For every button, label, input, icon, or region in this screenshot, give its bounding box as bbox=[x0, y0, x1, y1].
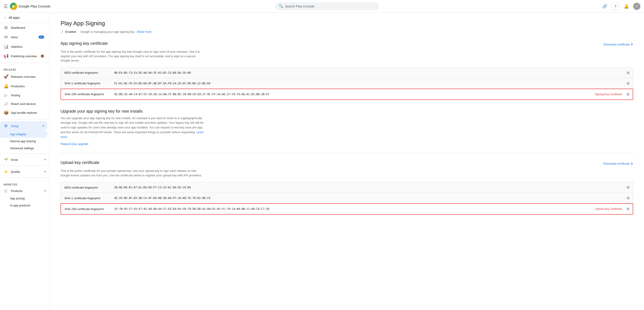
cert-row-sha256-signing: SHA-256 certificate fingerprint 02:B0:16… bbox=[60, 89, 633, 100]
cert-row-sha1-signing: SHA-1 certificate fingerprint 51:A2:4E:7… bbox=[60, 78, 633, 89]
help-icon[interactable]: ? bbox=[612, 2, 620, 11]
sidebar-sub-item-label: Advanced settings bbox=[10, 147, 34, 150]
gpc-logo-icon bbox=[10, 3, 17, 10]
reach-icon: 📈 bbox=[4, 102, 8, 106]
cert-label-md5: MD5 certificate fingerprint bbox=[64, 71, 114, 74]
inbox-icon: ✉ bbox=[4, 35, 8, 40]
search-box: 🔍 bbox=[275, 2, 379, 10]
copy-icon-md5[interactable]: ⧉ bbox=[627, 71, 629, 75]
upload-key-section: Upload key certificate Download certific… bbox=[60, 160, 633, 215]
publishing-icon: 📢 bbox=[4, 54, 8, 59]
copy-icon-sha1-upload[interactable]: ⧉ bbox=[627, 196, 629, 200]
sidebar-item-inbox[interactable]: ✉ Inbox 11 bbox=[0, 32, 48, 42]
upgrade-section: Upgrade your app signing key for new ins… bbox=[60, 109, 633, 146]
cert-label-sha1: SHA-1 certificate fingerprint bbox=[64, 82, 114, 85]
cert-value-md5: 9B:E4:DD:73:53:5E:A8:9A:3F:A3:D5:15:B8:A… bbox=[114, 71, 624, 74]
download-cert-button-signing[interactable]: Download certificate ⬇ bbox=[603, 43, 633, 46]
cert-label-sha256: SHA-256 certificate fingerprint bbox=[64, 93, 114, 96]
sidebar-item-testing[interactable]: ▷ Testing bbox=[0, 91, 50, 100]
copy-icon-sha256-upload[interactable]: ⧉ bbox=[626, 207, 629, 211]
main-content: Play App Signing ✓ Enabled · Google is m… bbox=[50, 13, 644, 310]
show-more-link[interactable]: Show more bbox=[137, 30, 152, 34]
gpc-logo: Google Play Console bbox=[10, 3, 50, 10]
status-enabled: Enabled bbox=[65, 30, 76, 34]
status-row: ✓ Enabled · Google is managing your app … bbox=[60, 30, 633, 34]
releases-icon: 🚀 bbox=[4, 74, 8, 79]
sidebar: ← All apps ⊞ Dashboard ✉ Inbox 11 📊 Stat… bbox=[0, 13, 50, 310]
cert-value-sha256: 02:B0:16:4A:C4:67:CF:C0:38:14:0A:CF:BD:B… bbox=[114, 93, 595, 96]
back-icon: ← bbox=[4, 16, 7, 20]
sidebar-sub-item-app-integrity[interactable]: App integrity bbox=[0, 131, 48, 138]
sidebar-sub-item-label: In-app products bbox=[10, 204, 30, 207]
download-cert-label-upload: Download certificate bbox=[603, 162, 630, 165]
sidebar-item-statistics[interactable]: 📊 Statistics bbox=[0, 42, 48, 51]
signing-key-cert-tag: Signing Key Certificate bbox=[595, 93, 622, 96]
search-input[interactable] bbox=[285, 5, 376, 8]
divider-monetize bbox=[0, 177, 50, 178]
sidebar-item-label: Releases overview bbox=[11, 75, 36, 79]
sidebar-sub-item-advanced-settings[interactable]: Advanced settings bbox=[0, 145, 48, 152]
sidebar-item-dashboard[interactable]: ⊞ Dashboard bbox=[0, 23, 48, 32]
sidebar-item-label: Dashboard bbox=[11, 26, 25, 29]
grow-icon: 🌱 bbox=[4, 158, 8, 161]
hamburger-icon[interactable]: ☰ bbox=[4, 4, 8, 9]
sidebar-item-products[interactable]: 🛒 Products ▾ bbox=[0, 187, 50, 195]
app-signing-fingerprints: MD5 certificate fingerprint 9B:E4:DD:73:… bbox=[60, 67, 633, 100]
upload-key-fingerprints: MD5 certificate fingerprint 2B:AD:88:02:… bbox=[60, 182, 633, 215]
layout: ← All apps ⊞ Dashboard ✉ Inbox 11 📊 Stat… bbox=[0, 13, 644, 310]
sidebar-item-quality[interactable]: ⭐ Quality ▾ bbox=[0, 168, 50, 176]
sidebar-item-setup[interactable]: ⚙ Setup ▾ ➜ bbox=[0, 121, 48, 131]
cert-value-sha1: 51:A2:4E:7D:55:DD:DA:8F:5B:DF:5A:F0:CA:2… bbox=[114, 82, 624, 85]
app-signing-title: App signing key certificate bbox=[60, 41, 108, 46]
sidebar-item-label: Statistics bbox=[11, 45, 22, 48]
app-signing-section: App signing key certificate Download cer… bbox=[60, 41, 633, 100]
upgrade-title: Upgrade your app signing key for new ins… bbox=[60, 109, 633, 114]
notifications-icon[interactable]: 🔔 bbox=[622, 2, 630, 11]
inbox-badge: 11 bbox=[39, 36, 44, 39]
sidebar-item-label: Production bbox=[11, 85, 25, 88]
sidebar-item-reach[interactable]: 📈 Reach and devices bbox=[0, 100, 50, 108]
testing-icon: ▷ bbox=[4, 93, 8, 98]
download-cert-button-upload[interactable]: Download certificate ⬇ bbox=[603, 162, 633, 165]
section-header-row-signing: App signing key certificate Download cer… bbox=[60, 41, 633, 48]
divider-setup bbox=[0, 119, 50, 119]
copy-icon-md5-upload[interactable]: ⧉ bbox=[627, 185, 629, 189]
avatar[interactable]: T bbox=[633, 3, 640, 10]
quality-icon: ⭐ bbox=[4, 170, 8, 173]
sidebar-sub-item-app-pricing[interactable]: App pricing bbox=[0, 195, 48, 202]
sidebar-item-label: Setup bbox=[11, 124, 18, 128]
status-desc: Google is managing your app signing key. bbox=[80, 30, 135, 34]
statistics-icon: 📊 bbox=[4, 44, 8, 49]
all-apps-button[interactable]: ← All apps bbox=[0, 13, 50, 23]
monetize-section-header: Monetize bbox=[0, 180, 50, 187]
copy-icon-sha1[interactable]: ⧉ bbox=[627, 81, 629, 86]
sidebar-item-app-bundle[interactable]: 📦 App bundle explorer bbox=[0, 108, 48, 117]
sidebar-sub-item-label: App integrity bbox=[10, 133, 26, 136]
sidebar-item-publishing[interactable]: 📢 Publishing overview 🔕 bbox=[0, 51, 48, 61]
setup-icon: ⚙ bbox=[4, 123, 8, 128]
dashboard-icon: ⊞ bbox=[4, 25, 8, 30]
search-icon: 🔍 bbox=[279, 4, 283, 8]
sidebar-item-grow[interactable]: 🌱 Grow ▾ bbox=[0, 156, 50, 164]
status-separator: · bbox=[78, 30, 79, 34]
sidebar-item-label: App bundle explorer bbox=[11, 111, 37, 114]
sidebar-sub-item-in-app-products[interactable]: In-app products bbox=[0, 202, 48, 209]
quality-chevron-icon: ▾ bbox=[44, 170, 46, 173]
sidebar-item-label: Quality bbox=[11, 170, 20, 173]
grow-chevron-icon: ▾ bbox=[44, 158, 46, 161]
topbar: ☰ Google Play Console 🔍 🔗 ? 🔔 T bbox=[0, 0, 644, 13]
sidebar-item-production[interactable]: 🔔 Production bbox=[0, 81, 48, 91]
sidebar-item-releases-overview[interactable]: 🚀 Releases overview bbox=[0, 72, 48, 81]
request-key-upgrade-link[interactable]: Request key upgrade bbox=[60, 142, 88, 146]
release-section-header: Release bbox=[0, 65, 50, 72]
upload-key-cert-tag: Upload Key Certificate bbox=[595, 207, 622, 210]
upload-key-title: Upload key certificate bbox=[60, 160, 100, 165]
cert-row-sha256-upload: SHA-256 certificate fingerprint 2F:7B:93… bbox=[60, 203, 633, 215]
all-apps-label: All apps bbox=[8, 16, 20, 20]
cert-label-sha256-upload: SHA-256 certificate fingerprint bbox=[64, 207, 114, 211]
topbar-search: 🔍 bbox=[53, 2, 601, 10]
divider-grow bbox=[0, 154, 50, 154]
link-icon[interactable]: 🔗 bbox=[601, 2, 609, 11]
sidebar-sub-item-internal-sharing[interactable]: Internal app sharing bbox=[0, 138, 48, 145]
copy-icon-sha256-signing[interactable]: ⧉ bbox=[626, 92, 629, 96]
